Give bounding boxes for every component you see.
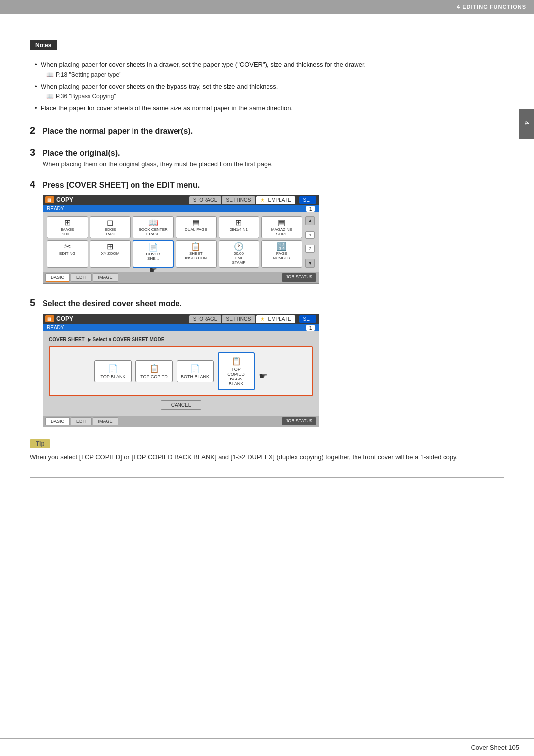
cover-sheet-icon: 📄 xyxy=(148,243,158,251)
copy-icon-1: ▤ xyxy=(45,196,54,203)
both-blank-btn[interactable]: 📄 BOTH BLANK xyxy=(177,360,214,382)
cover-screen-body: COVER SHEET ▶ Select a COVER SHEET MODE … xyxy=(43,331,319,416)
step-5-body: ▤ COPY STORAGE SETTINGS ★TEMPLATE SET RE… xyxy=(43,314,504,427)
image-tab-2[interactable]: IMAGE xyxy=(93,417,118,425)
basic-tab-2[interactable]: BASIC xyxy=(45,417,70,425)
notes-label: Notes xyxy=(30,41,56,49)
copy-icon-2: ▤ xyxy=(45,315,54,322)
scroll-down-1[interactable]: ▼ xyxy=(305,259,315,268)
settings-tab-1[interactable]: SETTINGS xyxy=(222,196,255,204)
magazine-sort-icon: ▤ xyxy=(278,219,285,227)
screen-copy-label-1: COPY xyxy=(56,196,187,203)
cover-sheet-btn[interactable]: 📄 COVERSHE... ☛ xyxy=(133,240,174,267)
xy-zoom-btn[interactable]: ⊞ XY ZOOM xyxy=(90,240,131,267)
step-5-number: 5 xyxy=(30,297,39,309)
storage-tab-2[interactable]: STORAGE xyxy=(189,315,222,323)
editing-btn[interactable]: ✂ EDITING xyxy=(47,240,88,267)
2in1-btn[interactable]: ⊞ 2IN1/4IN1 xyxy=(219,216,260,239)
notes-item-1: When placing paper for cover sheets in a… xyxy=(35,60,504,80)
scroll-up-1[interactable]: ▲ xyxy=(305,216,315,225)
step-2: 2 Place the normal paper in the drawer(s… xyxy=(30,125,504,136)
xy-zoom-icon: ⊞ xyxy=(107,243,113,251)
edit-tab-1[interactable]: EDIT xyxy=(71,273,92,282)
step-2-number: 2 xyxy=(30,125,39,136)
footer-spacer-1 xyxy=(119,273,281,282)
set-btn-1[interactable]: SET xyxy=(299,196,316,204)
cover-cancel-row: CANCEL xyxy=(49,400,313,410)
main-content: Notes When placing paper for cover sheet… xyxy=(0,14,534,498)
cover-sheet-label: COVER SHEET ▶ Select a COVER SHEET MODE xyxy=(49,337,313,342)
page-number-btn[interactable]: 🔢 PAGENUMBER xyxy=(261,240,302,267)
top-copied-back-btn[interactable]: 📋 TOP COPIEDBACK BLANK xyxy=(218,352,255,390)
notes-content: When placing paper for cover sheets in a… xyxy=(30,56,504,114)
top-bar: 4 EDITING FUNCTIONS xyxy=(0,0,534,14)
notes-item-2: When placing paper for cover sheets on t… xyxy=(35,82,504,101)
step-2-header: 2 Place the normal paper in the drawer(s… xyxy=(30,125,504,136)
notes-box: Notes xyxy=(30,40,57,50)
screen-mockup-1: ▤ COPY STORAGE SETTINGS ★TEMPLATE SET RE… xyxy=(43,195,319,284)
cancel-btn[interactable]: CANCEL xyxy=(161,400,202,410)
page-number-icon: 🔢 xyxy=(277,243,287,251)
tip-label: Tip xyxy=(30,439,50,448)
storage-tab-1[interactable]: STORAGE xyxy=(189,196,222,204)
template-tab-2[interactable]: ★TEMPLATE xyxy=(256,315,295,323)
scroll-num-1: 1 xyxy=(305,231,315,239)
screen-tabs-1: STORAGE SETTINGS ★TEMPLATE xyxy=(189,196,295,204)
notes-sub-1: 📖 P.18 "Setting paper type" xyxy=(46,70,504,80)
edge-erase-btn[interactable]: ◻ EDGEERASE xyxy=(90,216,131,239)
set-btn-2[interactable]: SET xyxy=(299,315,316,323)
sheet-insertion-icon: 📋 xyxy=(191,243,201,251)
screen-row1: ⊞ IMAGESHIFT ◻ EDGEERASE 📖 BOOK CENTERER… xyxy=(47,216,302,239)
svg-text:▤: ▤ xyxy=(47,317,51,321)
edge-erase-icon: ◻ xyxy=(107,219,113,227)
time-stamp-btn[interactable]: 🕐 00:00TIMESTAMP xyxy=(219,240,260,267)
settings-tab-2[interactable]: SETTINGS xyxy=(222,315,255,323)
screen-mockup-2: ▤ COPY STORAGE SETTINGS ★TEMPLATE SET RE… xyxy=(43,314,319,427)
notes-item-3: Place the paper for cover sheets of the … xyxy=(35,103,504,114)
step-3-title: Place the original(s). xyxy=(43,149,120,158)
job-status-1[interactable]: JOB STATUS xyxy=(282,273,316,282)
image-shift-icon: ⊞ xyxy=(64,219,71,227)
screen-grid-wrapper: ⊞ IMAGESHIFT ◻ EDGEERASE 📖 BOOK CENTERER… xyxy=(47,216,302,268)
magazine-sort-btn[interactable]: ▤ MAGAZINESORT xyxy=(261,216,302,239)
top-copitd-icon: 📋 xyxy=(149,364,159,373)
scroll-num-2: 2 xyxy=(305,245,315,253)
svg-text:▤: ▤ xyxy=(47,198,51,202)
step-4-title: Press [COVER SHEET] on the EDIT menu. xyxy=(43,181,200,189)
step-3-header: 3 Place the original(s). xyxy=(30,147,504,158)
top-copied-back-icon: 📋 xyxy=(231,356,241,366)
top-blank-label: TOP BLANK xyxy=(100,374,125,379)
screen-topbar-2: ▤ COPY STORAGE SETTINGS ★TEMPLATE SET xyxy=(43,314,319,324)
sheet-insertion-btn[interactable]: 📋 SHEETINSERTION xyxy=(176,240,217,267)
job-status-2[interactable]: JOB STATUS xyxy=(282,417,316,425)
image-shift-btn[interactable]: ⊞ IMAGESHIFT xyxy=(47,216,88,239)
top-rule xyxy=(30,29,504,29)
footer-page-info: Cover Sheet 105 xyxy=(471,744,519,751)
step-3-number: 3 xyxy=(30,147,39,158)
screen-footer-1: BASIC EDIT IMAGE JOB STATUS xyxy=(43,272,319,283)
screen-topbar-1: ▤ COPY STORAGE SETTINGS ★TEMPLATE SET xyxy=(43,195,319,205)
editing-icon: ✂ xyxy=(64,243,71,251)
page-footer: Cover Sheet 105 xyxy=(0,738,534,756)
edit-tab-2[interactable]: EDIT xyxy=(71,417,92,425)
step-5: 5 Select the desired cover sheet mode. ▤… xyxy=(30,297,504,427)
notes-list: When placing paper for cover sheets in a… xyxy=(35,60,504,114)
both-blank-label: BOTH BLANK xyxy=(181,374,209,379)
image-tab-1[interactable]: IMAGE xyxy=(93,273,118,282)
top-blank-btn[interactable]: 📄 TOP BLANK xyxy=(94,360,132,382)
both-blank-icon: 📄 xyxy=(190,364,200,373)
basic-tab-1[interactable]: BASIC xyxy=(45,273,70,282)
step-4-body: ▤ COPY STORAGE SETTINGS ★TEMPLATE SET RE… xyxy=(43,195,504,284)
screen-tabs-2: STORAGE SETTINGS ★TEMPLATE xyxy=(189,315,295,323)
book-icon-2: 📖 xyxy=(46,92,54,101)
template-tab-1[interactable]: ★TEMPLATE xyxy=(256,196,295,204)
top-copitd-label: TOP COPITD xyxy=(140,374,168,379)
screen-body-1: ⊞ IMAGESHIFT ◻ EDGEERASE 📖 BOOK CENTERER… xyxy=(43,212,319,272)
dual-page-btn[interactable]: ▤ DUAL PAGE xyxy=(176,216,217,239)
section-label: 4 EDITING FUNCTIONS xyxy=(457,4,526,10)
bottom-rule xyxy=(30,477,504,478)
2in1-icon: ⊞ xyxy=(235,219,242,227)
book-center-btn[interactable]: 📖 BOOK CENTERERASE xyxy=(133,216,174,239)
top-copitd-btn[interactable]: 📋 TOP COPITD xyxy=(135,360,173,382)
side-tab: 4 xyxy=(519,109,534,139)
